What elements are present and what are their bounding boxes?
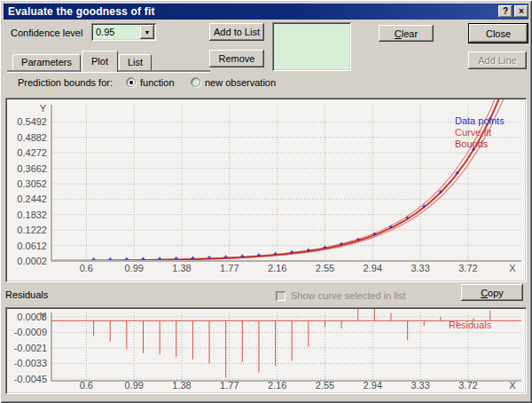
confidence-level-label: Confidence level: [11, 28, 82, 38]
confidence-level-value: 0.95: [96, 27, 114, 37]
dialog-window: Evaluate the goodness of fit ? × Confide…: [0, 0, 532, 403]
close-window-button[interactable]: ×: [514, 5, 528, 18]
copy-button[interactable]: Copy: [461, 284, 523, 301]
radio-function[interactable]: [126, 77, 136, 87]
svg-text:0.2442: 0.2442: [17, 194, 47, 204]
fit-listbox[interactable]: [272, 22, 351, 71]
svg-text:0.4882: 0.4882: [17, 132, 47, 143]
svg-text:3.72: 3.72: [458, 380, 477, 391]
show-curve-checkbox[interactable]: [276, 291, 286, 301]
svg-text:-0.0021: -0.0021: [14, 343, 47, 353]
svg-text:0.99: 0.99: [124, 263, 143, 273]
svg-text:1.77: 1.77: [220, 263, 239, 273]
show-curve-checkbox-label: Show curve selected in list: [291, 290, 406, 301]
svg-text:2.55: 2.55: [316, 263, 334, 273]
clear-button[interactable]: Clear: [379, 25, 434, 42]
add-to-list-button[interactable]: Add to List: [209, 23, 264, 41]
svg-text:-0.0009: -0.0009: [14, 327, 47, 337]
title-bar[interactable]: Evaluate the goodness of fit: [4, 4, 528, 20]
tab-plot[interactable]: Plot: [82, 51, 118, 72]
remove-button[interactable]: Remove: [209, 50, 264, 67]
svg-text:2.55: 2.55: [316, 380, 334, 391]
tab-parameters[interactable]: Parameters: [12, 54, 81, 70]
legend-item: Bounds: [455, 138, 505, 150]
svg-text:-0.0045: -0.0045: [14, 374, 47, 384]
add-line-button: Add Line: [468, 51, 527, 69]
help-button[interactable]: ?: [498, 5, 512, 18]
residuals-chart[interactable]: 0.60.991.381.772.162.552.943.333.720.000…: [7, 309, 525, 392]
svg-text:0.1832: 0.1832: [17, 209, 47, 220]
svg-text:0.3662: 0.3662: [17, 163, 47, 174]
svg-text:1.77: 1.77: [220, 380, 239, 391]
svg-text:Y: Y: [40, 311, 47, 321]
svg-text:1.38: 1.38: [172, 380, 191, 391]
svg-text:2.94: 2.94: [364, 380, 382, 391]
prediction-bounds-label: Prediction bounds for:: [18, 77, 113, 88]
radio-new-observation[interactable]: [191, 77, 200, 87]
svg-text:0.99: 0.99: [124, 380, 143, 391]
svg-text:X: X: [509, 263, 516, 273]
svg-text:X: X: [509, 380, 516, 391]
svg-text:Y: Y: [40, 103, 47, 114]
svg-text:1.38: 1.38: [172, 263, 191, 273]
svg-text:2.16: 2.16: [268, 263, 286, 273]
svg-text:0.1222: 0.1222: [17, 225, 47, 235]
svg-text:0.4272: 0.4272: [17, 147, 47, 158]
svg-text:0.0612: 0.0612: [17, 241, 47, 251]
radio-function-label[interactable]: function: [140, 77, 175, 88]
goodness-of-fit-chart[interactable]: 0.60.991.381.772.162.552.943.333.720.000…: [7, 99, 525, 281]
window-title: Evaluate the goodness of fit: [4, 5, 155, 18]
main-plot-panel: 0.60.991.381.772.162.552.943.333.720.000…: [5, 98, 527, 282]
svg-text:3.33: 3.33: [411, 380, 429, 391]
legend-item: Data points: [455, 115, 505, 127]
confidence-level-combobox[interactable]: 0.95 ▼: [91, 23, 156, 41]
svg-text:0.3052: 0.3052: [17, 178, 47, 189]
close-button[interactable]: Close: [468, 23, 528, 43]
svg-text:0.5492: 0.5492: [17, 116, 47, 127]
residuals-section-label: Residuals: [5, 289, 48, 300]
tab-list[interactable]: List: [119, 54, 152, 70]
svg-text:0.6: 0.6: [80, 263, 93, 273]
svg-text:3.33: 3.33: [411, 263, 429, 273]
radio-new-observation-label[interactable]: new observation: [205, 77, 276, 88]
legend-item: Residuals: [449, 320, 491, 331]
svg-text:0.0002: 0.0002: [17, 256, 47, 266]
chevron-down-icon[interactable]: ▼: [140, 25, 154, 39]
svg-text:2.94: 2.94: [364, 263, 382, 273]
svg-text:2.16: 2.16: [268, 380, 286, 391]
svg-text:3.72: 3.72: [458, 263, 477, 273]
residuals-plot-panel: 0.60.991.381.772.162.552.943.333.720.000…: [5, 307, 527, 394]
plot-legend: Data pointsCurve fitBounds: [455, 115, 505, 150]
legend-item: Curve fit: [455, 127, 505, 138]
svg-text:0.6: 0.6: [80, 380, 93, 391]
svg-text:-0.0033: -0.0033: [14, 358, 47, 368]
residuals-legend: Residuals: [449, 320, 491, 331]
